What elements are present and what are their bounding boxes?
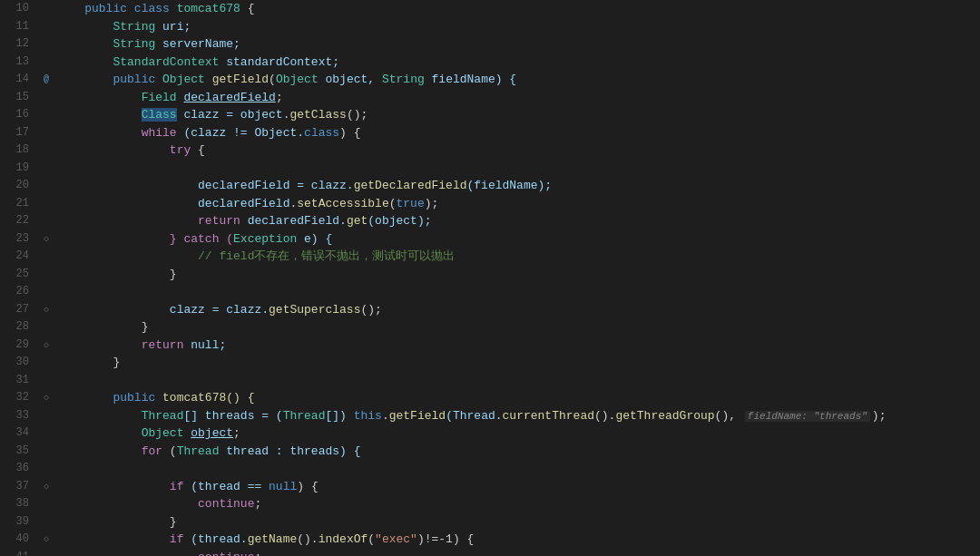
code-content: continue; xyxy=(56,495,980,513)
code-content: Thread[] threads = (Thread[]) this.getFi… xyxy=(56,407,980,425)
editor-row: 10 public class tomcat678 { xyxy=(0,0,980,18)
gutter-cell xyxy=(36,283,56,301)
editor-row: 36 xyxy=(0,460,980,478)
line-number: 20 xyxy=(0,177,36,195)
editor-row: 24 // field不存在，错误不抛出，测试时可以抛出 xyxy=(0,248,980,266)
editor-row: 16 Class clazz = object.getClass(); xyxy=(0,106,980,124)
code-content: } xyxy=(56,266,980,284)
line-number: 28 xyxy=(0,318,36,337)
editor-row: 22 return declaredField.get(object); xyxy=(0,212,980,230)
editor-row: 41 continue; xyxy=(0,549,980,557)
code-content: if (thread.getName().indexOf("exec")!=-1… xyxy=(56,531,980,549)
line-number: 21 xyxy=(0,195,36,213)
line-number: 37 xyxy=(0,478,36,496)
code-content: } catch (Exception e) { xyxy=(56,230,980,249)
gutter-cell xyxy=(36,354,56,372)
gutter-cell: @ xyxy=(36,71,56,89)
line-number: 39 xyxy=(0,513,36,532)
code-content: StandardContext standardContext; xyxy=(56,54,980,72)
gutter-cell xyxy=(36,54,56,72)
code-content: for (Thread thread : threads) { xyxy=(56,443,980,461)
line-number: 34 xyxy=(0,424,36,443)
gutter-cell xyxy=(36,35,56,54)
gutter-cell xyxy=(36,372,56,390)
gutter-cell xyxy=(36,0,56,18)
code-content: // field不存在，错误不抛出，测试时可以抛出 xyxy=(56,248,980,266)
code-content: public Object getField(Object object, St… xyxy=(56,71,980,89)
editor-row: 25 } xyxy=(0,266,980,284)
gutter-cell xyxy=(36,318,56,337)
gutter-cell xyxy=(36,89,56,107)
gutter-cell xyxy=(36,513,56,532)
gutter-cell: ◇ xyxy=(36,389,56,407)
line-number: 36 xyxy=(0,460,36,478)
code-content: Class clazz = object.getClass(); xyxy=(56,106,980,124)
line-number: 12 xyxy=(0,35,36,54)
editor-row: 37◇ if (thread == null) { xyxy=(0,478,980,496)
code-content: while (clazz != Object.class) { xyxy=(56,124,980,142)
gutter-cell xyxy=(36,443,56,461)
line-number: 18 xyxy=(0,141,36,160)
editor-row: 15 Field declaredField; xyxy=(0,89,980,107)
line-number: 26 xyxy=(0,283,36,301)
gutter-cell: ◇ xyxy=(36,531,56,549)
editor-row: 28 } xyxy=(0,318,980,337)
code-content: Field declaredField; xyxy=(56,89,980,107)
line-number: 17 xyxy=(0,124,36,142)
editor-row: 11 String uri; xyxy=(0,18,980,36)
editor-row: 29◇ return null; xyxy=(0,337,980,355)
line-number: 32 xyxy=(0,389,36,407)
editor-row: 18 try { xyxy=(0,141,980,160)
line-number: 30 xyxy=(0,354,36,372)
gutter-cell: ◇ xyxy=(36,478,56,496)
code-content xyxy=(56,160,980,178)
gutter-cell: ◇ xyxy=(36,230,56,249)
line-number: 14 xyxy=(0,71,36,89)
gutter-cell: ◇ xyxy=(36,301,56,319)
gutter-cell xyxy=(36,407,56,425)
line-number: 16 xyxy=(0,106,36,124)
editor-row: 38 continue; xyxy=(0,495,980,513)
line-number: 19 xyxy=(0,160,36,178)
code-lines: 10 public class tomcat678 {11 String uri… xyxy=(0,0,980,556)
code-content: String uri; xyxy=(56,18,980,36)
editor-row: 26 xyxy=(0,283,980,301)
code-editor: 10 public class tomcat678 {11 String uri… xyxy=(0,0,980,556)
editor-row: 13 StandardContext standardContext; xyxy=(0,54,980,72)
gutter-cell xyxy=(36,248,56,266)
line-number: 10 xyxy=(0,0,36,18)
editor-row: 17 while (clazz != Object.class) { xyxy=(0,124,980,142)
line-number: 29 xyxy=(0,337,36,355)
line-number: 35 xyxy=(0,443,36,461)
code-content: try { xyxy=(56,141,980,160)
gutter-cell xyxy=(36,460,56,478)
line-number: 33 xyxy=(0,407,36,425)
line-number: 31 xyxy=(0,372,36,390)
editor-row: 20 declaredField = clazz.getDeclaredFiel… xyxy=(0,177,980,195)
code-content: public tomcat678() { xyxy=(56,389,980,407)
gutter-cell xyxy=(36,124,56,142)
gutter-cell xyxy=(36,18,56,36)
code-content: return declaredField.get(object); xyxy=(56,212,980,230)
editor-row: 23◇ } catch (Exception e) { xyxy=(0,230,980,249)
editor-row: 27◇ clazz = clazz.getSuperclass(); xyxy=(0,301,980,319)
gutter-cell xyxy=(36,160,56,178)
gutter-cell xyxy=(36,106,56,124)
line-number: 38 xyxy=(0,495,36,513)
code-content: } xyxy=(56,354,980,372)
gutter-cell xyxy=(36,195,56,213)
gutter-cell xyxy=(36,549,56,557)
gutter-cell xyxy=(36,141,56,160)
line-number: 25 xyxy=(0,266,36,284)
editor-row: 40◇ if (thread.getName().indexOf("exec")… xyxy=(0,531,980,549)
line-number: 24 xyxy=(0,248,36,266)
line-number: 22 xyxy=(0,212,36,230)
code-content: return null; xyxy=(56,337,980,355)
line-number: 15 xyxy=(0,89,36,107)
code-content: public class tomcat678 { xyxy=(56,0,980,18)
gutter-cell xyxy=(36,177,56,195)
code-content: clazz = clazz.getSuperclass(); xyxy=(56,301,980,319)
editor-row: 19 xyxy=(0,160,980,178)
gutter-cell: ◇ xyxy=(36,337,56,355)
code-content: if (thread == null) { xyxy=(56,478,980,496)
